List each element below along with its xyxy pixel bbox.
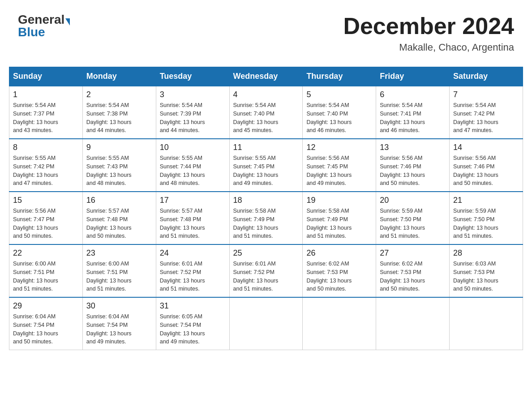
weekday-header: Saturday (450, 67, 523, 86)
day-info: Sunrise: 5:59 AM Sunset: 7:50 PM Dayligh… (453, 207, 519, 240)
day-number: 16 (86, 196, 152, 205)
logo-blue-line: Blue (18, 26, 45, 39)
calendar-cell: 3 Sunrise: 5:54 AM Sunset: 7:39 PM Dayli… (156, 86, 229, 139)
day-info: Sunrise: 5:56 AM Sunset: 7:46 PM Dayligh… (453, 154, 519, 188)
day-info: Sunrise: 5:59 AM Sunset: 7:50 PM Dayligh… (380, 207, 446, 240)
calendar-cell: 6 Sunrise: 5:54 AM Sunset: 7:41 PM Dayli… (376, 86, 450, 139)
day-info: Sunrise: 5:58 AM Sunset: 7:49 PM Dayligh… (233, 207, 299, 240)
day-number: 25 (233, 248, 299, 258)
day-number: 7 (453, 90, 519, 99)
calendar-cell: 28 Sunrise: 6:03 AM Sunset: 7:53 PM Dayl… (450, 244, 523, 297)
calendar-cell (450, 297, 523, 350)
day-info: Sunrise: 5:54 AM Sunset: 7:41 PM Dayligh… (380, 101, 446, 135)
day-number: 14 (453, 143, 519, 152)
weekday-header: Tuesday (156, 67, 229, 86)
calendar-week-row: 8 Sunrise: 5:55 AM Sunset: 7:42 PM Dayli… (9, 139, 523, 192)
calendar-cell: 10 Sunrise: 5:55 AM Sunset: 7:44 PM Dayl… (156, 139, 229, 192)
calendar-cell: 4 Sunrise: 5:54 AM Sunset: 7:40 PM Dayli… (229, 86, 303, 139)
weekday-header: Sunday (9, 67, 83, 86)
day-info: Sunrise: 5:55 AM Sunset: 7:42 PM Dayligh… (13, 154, 79, 188)
calendar-cell: 16 Sunrise: 5:57 AM Sunset: 7:48 PM Dayl… (82, 192, 156, 244)
day-number: 13 (380, 143, 446, 152)
calendar-subtitle: Makalle, Chaco, Argentina (343, 42, 514, 53)
calendar-cell: 1 Sunrise: 5:54 AM Sunset: 7:37 PM Dayli… (9, 86, 83, 139)
day-number: 28 (453, 248, 519, 258)
logo: General Blue (18, 13, 70, 39)
day-number: 17 (160, 196, 226, 205)
day-number: 22 (13, 248, 79, 258)
day-info: Sunrise: 6:04 AM Sunset: 7:54 PM Dayligh… (13, 313, 79, 346)
day-info: Sunrise: 5:54 AM Sunset: 7:37 PM Dayligh… (13, 101, 79, 135)
calendar-week-row: 15 Sunrise: 5:56 AM Sunset: 7:47 PM Dayl… (9, 192, 523, 244)
calendar-cell (303, 297, 376, 350)
weekday-header: Friday (376, 67, 450, 86)
calendar-cell: 22 Sunrise: 6:00 AM Sunset: 7:51 PM Dayl… (9, 244, 83, 297)
day-info: Sunrise: 5:55 AM Sunset: 7:44 PM Dayligh… (160, 154, 226, 188)
logo-triangle-icon (65, 18, 70, 26)
day-info: Sunrise: 5:55 AM Sunset: 7:45 PM Dayligh… (233, 154, 299, 188)
calendar-cell: 9 Sunrise: 5:55 AM Sunset: 7:43 PM Dayli… (82, 139, 156, 192)
calendar-cell: 27 Sunrise: 6:02 AM Sunset: 7:53 PM Dayl… (376, 244, 450, 297)
calendar-week-row: 29 Sunrise: 6:04 AM Sunset: 7:54 PM Dayl… (9, 297, 523, 350)
title-block: December 2024 Makalle, Chaco, Argentina (343, 13, 514, 53)
day-number: 1 (13, 90, 79, 99)
logo-general-line: General (18, 13, 70, 26)
calendar-cell: 8 Sunrise: 5:55 AM Sunset: 7:42 PM Dayli… (9, 139, 83, 192)
calendar-cell: 14 Sunrise: 5:56 AM Sunset: 7:46 PM Dayl… (450, 139, 523, 192)
calendar-cell: 31 Sunrise: 6:05 AM Sunset: 7:54 PM Dayl… (156, 297, 229, 350)
logo-blue-text: Blue (18, 25, 45, 39)
day-number: 24 (160, 248, 226, 258)
calendar-week-row: 22 Sunrise: 6:00 AM Sunset: 7:51 PM Dayl… (9, 244, 523, 297)
day-info: Sunrise: 6:03 AM Sunset: 7:53 PM Dayligh… (453, 260, 519, 293)
day-info: Sunrise: 6:00 AM Sunset: 7:51 PM Dayligh… (86, 260, 152, 293)
day-number: 18 (233, 196, 299, 205)
calendar-cell: 2 Sunrise: 5:54 AM Sunset: 7:38 PM Dayli… (82, 86, 156, 139)
day-info: Sunrise: 6:02 AM Sunset: 7:53 PM Dayligh… (306, 260, 372, 293)
calendar-table: SundayMondayTuesdayWednesdayThursdayFrid… (9, 67, 523, 350)
calendar-cell: 26 Sunrise: 6:02 AM Sunset: 7:53 PM Dayl… (303, 244, 376, 297)
day-info: Sunrise: 6:00 AM Sunset: 7:51 PM Dayligh… (13, 260, 79, 293)
day-number: 10 (160, 143, 226, 152)
calendar-header-row: SundayMondayTuesdayWednesdayThursdayFrid… (9, 67, 523, 86)
calendar-cell: 17 Sunrise: 5:57 AM Sunset: 7:48 PM Dayl… (156, 192, 229, 244)
day-number: 29 (13, 301, 79, 311)
calendar-cell: 20 Sunrise: 5:59 AM Sunset: 7:50 PM Dayl… (376, 192, 450, 244)
calendar-cell: 23 Sunrise: 6:00 AM Sunset: 7:51 PM Dayl… (82, 244, 156, 297)
day-number: 27 (380, 248, 446, 258)
weekday-header: Monday (82, 67, 156, 86)
day-info: Sunrise: 5:54 AM Sunset: 7:42 PM Dayligh… (453, 101, 519, 135)
day-info: Sunrise: 5:57 AM Sunset: 7:48 PM Dayligh… (86, 207, 152, 240)
calendar-cell: 12 Sunrise: 5:56 AM Sunset: 7:45 PM Dayl… (303, 139, 376, 192)
day-number: 9 (86, 143, 152, 152)
day-info: Sunrise: 6:04 AM Sunset: 7:54 PM Dayligh… (86, 313, 152, 346)
calendar-cell: 15 Sunrise: 5:56 AM Sunset: 7:47 PM Dayl… (9, 192, 83, 244)
calendar-week-row: 1 Sunrise: 5:54 AM Sunset: 7:37 PM Dayli… (9, 86, 523, 139)
calendar-cell: 19 Sunrise: 5:58 AM Sunset: 7:49 PM Dayl… (303, 192, 376, 244)
day-info: Sunrise: 5:54 AM Sunset: 7:39 PM Dayligh… (160, 101, 226, 135)
calendar-cell: 25 Sunrise: 6:01 AM Sunset: 7:52 PM Dayl… (229, 244, 303, 297)
day-info: Sunrise: 5:54 AM Sunset: 7:40 PM Dayligh… (233, 101, 299, 135)
day-info: Sunrise: 6:02 AM Sunset: 7:53 PM Dayligh… (380, 260, 446, 293)
day-number: 20 (380, 196, 446, 205)
day-number: 26 (306, 248, 372, 258)
day-info: Sunrise: 5:54 AM Sunset: 7:38 PM Dayligh… (86, 101, 152, 135)
day-number: 23 (86, 248, 152, 258)
calendar-cell (229, 297, 303, 350)
day-info: Sunrise: 6:05 AM Sunset: 7:54 PM Dayligh… (160, 313, 226, 346)
calendar-cell: 5 Sunrise: 5:54 AM Sunset: 7:40 PM Dayli… (303, 86, 376, 139)
day-info: Sunrise: 5:55 AM Sunset: 7:43 PM Dayligh… (86, 154, 152, 188)
day-info: Sunrise: 5:56 AM Sunset: 7:45 PM Dayligh… (306, 154, 372, 188)
calendar-cell (376, 297, 450, 350)
weekday-header: Wednesday (229, 67, 303, 86)
day-number: 3 (160, 90, 226, 99)
day-info: Sunrise: 5:56 AM Sunset: 7:46 PM Dayligh… (380, 154, 446, 188)
day-number: 8 (13, 143, 79, 152)
calendar-cell: 29 Sunrise: 6:04 AM Sunset: 7:54 PM Dayl… (9, 297, 83, 350)
day-info: Sunrise: 5:58 AM Sunset: 7:49 PM Dayligh… (306, 207, 372, 240)
day-number: 11 (233, 143, 299, 152)
calendar-cell: 7 Sunrise: 5:54 AM Sunset: 7:42 PM Dayli… (450, 86, 523, 139)
day-number: 2 (86, 90, 152, 99)
calendar-cell: 13 Sunrise: 5:56 AM Sunset: 7:46 PM Dayl… (376, 139, 450, 192)
day-number: 19 (306, 196, 372, 205)
calendar-title: December 2024 (343, 13, 514, 39)
